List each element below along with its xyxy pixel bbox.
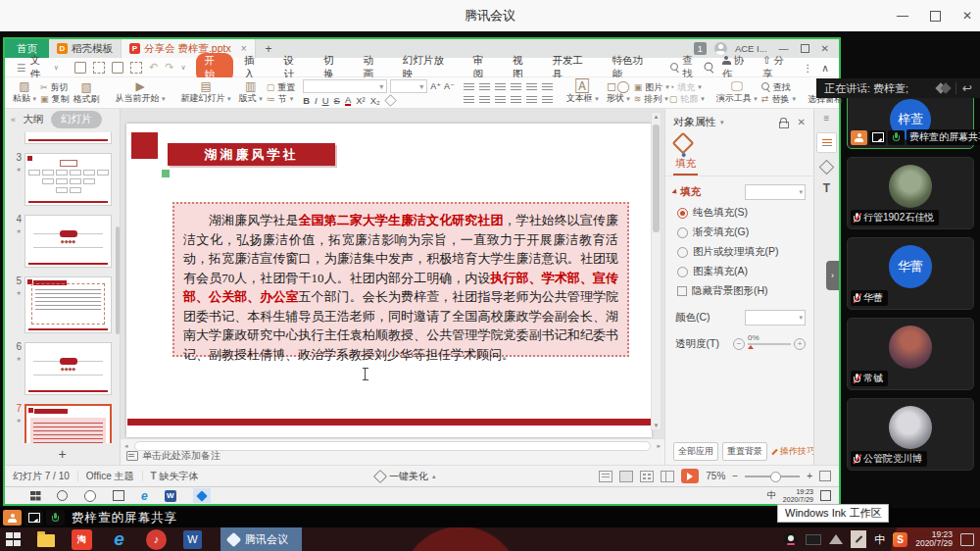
- zoom-value[interactable]: 75%: [706, 471, 725, 481]
- taobao-icon[interactable]: 淘: [72, 529, 92, 550]
- thumbnail-slide-7-selected[interactable]: [24, 404, 112, 443]
- outline-button[interactable]: ▢轮廓 ▾: [669, 94, 705, 104]
- zoom-slider[interactable]: [745, 476, 800, 477]
- outline-tab[interactable]: 大纲: [23, 113, 43, 126]
- clear-format-icon[interactable]: [384, 94, 396, 106]
- view-normal-icon[interactable]: [619, 471, 633, 482]
- increase-icon[interactable]: +: [794, 338, 806, 350]
- fill-tab[interactable]: 填充: [673, 155, 698, 175]
- section-button[interactable]: ≔节 ▾: [267, 94, 296, 104]
- theme-name[interactable]: Office 主题: [86, 470, 134, 483]
- thumbnail-slide-5[interactable]: [24, 276, 112, 333]
- wps-close-icon[interactable]: ✕: [821, 43, 829, 54]
- zoom-slider-thumb[interactable]: [770, 472, 781, 482]
- participant-tile[interactable]: 公管院党川博: [847, 398, 974, 471]
- collapse-sidebar-icon[interactable]: «: [11, 115, 16, 125]
- restore-icon[interactable]: [930, 11, 941, 22]
- align-left-icon[interactable]: [464, 95, 474, 103]
- columns-icon[interactable]: [542, 95, 553, 103]
- layout-button[interactable]: ▥版式 ▾: [235, 81, 267, 104]
- slide-title[interactable]: 湖湘廉风学社: [168, 143, 335, 166]
- italic-button[interactable]: I: [315, 95, 318, 106]
- bullets-icon[interactable]: [464, 82, 474, 90]
- copy-button[interactable]: ▣复制: [40, 94, 70, 104]
- redo-icon[interactable]: ↷: [165, 61, 173, 74]
- shapes-button[interactable]: ◻◯形状 ▾: [603, 81, 634, 104]
- properties-tool-icon[interactable]: [816, 132, 837, 153]
- missing-font-warning[interactable]: 缺失字体: [159, 470, 198, 483]
- minimize-icon[interactable]: —: [897, 9, 908, 23]
- shape-tool-icon[interactable]: [819, 160, 835, 175]
- pin-panel-icon[interactable]: [779, 118, 788, 127]
- remote-cortana-icon[interactable]: [84, 490, 96, 502]
- canvas-scrollbar[interactable]: ▲ ▼: [651, 112, 662, 430]
- sogou-input-icon[interactable]: S: [893, 532, 907, 547]
- cut-button[interactable]: ✂剪切: [40, 82, 70, 92]
- collapse-ribbon-icon[interactable]: ∧: [821, 62, 829, 74]
- remote-word-icon[interactable]: W: [165, 490, 176, 502]
- textbox-button[interactable]: 🄰文本框 ▾: [563, 81, 603, 104]
- fill-option-radio[interactable]: 图片或纹理填充(P): [673, 245, 806, 259]
- windows-ink-icon[interactable]: [851, 530, 866, 548]
- collapse-panel-button[interactable]: ›: [826, 261, 839, 290]
- beautify-button[interactable]: 一键美化▴: [375, 470, 436, 483]
- font-name-combo[interactable]: ▾: [303, 79, 387, 93]
- format-painter-button[interactable]: ▧格式刷: [70, 82, 104, 104]
- close-icon[interactable]: ✕: [962, 9, 972, 23]
- hide-background-checkbox[interactable]: 隐藏背景图形(H): [673, 284, 806, 298]
- replace-button[interactable]: ⇄替换 ▾: [761, 94, 796, 104]
- transparency-slider[interactable]: − 0% +: [733, 338, 806, 350]
- assistant-icon[interactable]: [705, 63, 714, 73]
- netease-music-icon[interactable]: ♪: [146, 529, 167, 550]
- save-icon[interactable]: [74, 62, 86, 74]
- action-center-icon[interactable]: [960, 533, 974, 546]
- remote-meeting-icon[interactable]: [193, 488, 211, 503]
- section-expand-icon[interactable]: [671, 188, 678, 195]
- bold-button[interactable]: B: [303, 95, 310, 106]
- remote-start-icon[interactable]: [30, 491, 40, 501]
- subscript-button[interactable]: X₂: [370, 95, 380, 106]
- slide-canvas[interactable]: 湖湘廉风学社 湖湘廉风学社是全国第二家大学生廉洁文化研究社团，学社始终以宣传廉洁…: [121, 109, 664, 438]
- notes-placeholder[interactable]: 单击此处添加备注: [126, 449, 220, 463]
- participant-tile[interactable]: 梓萱 费梓萱的屏幕共享: [847, 94, 974, 149]
- remote-notification-icon[interactable]: [820, 490, 831, 501]
- underline-button[interactable]: U: [322, 95, 329, 106]
- fill-preset-combo[interactable]: ▾: [745, 184, 806, 200]
- print-icon[interactable]: [112, 62, 123, 74]
- zoom-in-icon[interactable]: +: [807, 471, 812, 481]
- numbering-icon[interactable]: [479, 82, 490, 90]
- participant-tile[interactable]: 行管1902石佳悦: [847, 157, 974, 229]
- return-arrow-icon[interactable]: ↩: [962, 81, 972, 95]
- align-center-icon[interactable]: [479, 95, 490, 103]
- presentation-tools-button[interactable]: 🖵演示工具 ▾: [712, 81, 761, 104]
- line-spacing-icon[interactable]: [526, 82, 537, 90]
- fill-button[interactable]: ◔填充 ▾: [669, 82, 705, 92]
- ime-indicator[interactable]: 中: [874, 532, 885, 547]
- fill-option-radio[interactable]: 纯色填充(S): [673, 206, 806, 220]
- slideshow-play-button[interactable]: [681, 469, 699, 483]
- text-direction-icon[interactable]: [542, 82, 553, 90]
- participant-tile[interactable]: 华蕾 华蕾: [847, 237, 974, 310]
- arrange-button[interactable]: ≋排列 ▾: [634, 94, 669, 104]
- remote-search-icon[interactable]: [57, 490, 68, 501]
- thumbnail-slide-4[interactable]: ◆◆◆◆: [24, 215, 112, 268]
- apply-all-button[interactable]: 全部应用: [673, 442, 718, 461]
- quickbar-dropdown-icon[interactable]: ∨: [180, 64, 185, 72]
- decrease-indent-icon[interactable]: [495, 82, 506, 90]
- zoom-out-icon[interactable]: −: [732, 471, 738, 481]
- tips-link[interactable]: 操作技巧: [771, 445, 815, 458]
- increase-indent-icon[interactable]: [511, 82, 521, 90]
- meeting-taskbar-button[interactable]: 腾讯会议: [220, 527, 302, 551]
- qq-tray-icon[interactable]: [784, 532, 798, 546]
- strip-menu-icon[interactable]: ≡: [824, 113, 830, 124]
- strikethrough-button[interactable]: S: [334, 95, 340, 106]
- output-icon[interactable]: [93, 62, 105, 74]
- remote-taskview-icon[interactable]: [113, 490, 124, 501]
- thumbnail-slide-6[interactable]: ◆◆◆◆: [24, 342, 112, 395]
- reset-button[interactable]: ▢重置: [267, 82, 296, 92]
- color-combo[interactable]: ▾: [745, 310, 806, 326]
- paste-button[interactable]: ▨粘贴 ▾: [9, 81, 40, 104]
- fill-option-radio[interactable]: 渐变填充(G): [673, 225, 806, 239]
- fit-slide-icon[interactable]: [819, 471, 831, 481]
- new-slide-button[interactable]: ▤新建幻灯片 ▾: [177, 81, 235, 104]
